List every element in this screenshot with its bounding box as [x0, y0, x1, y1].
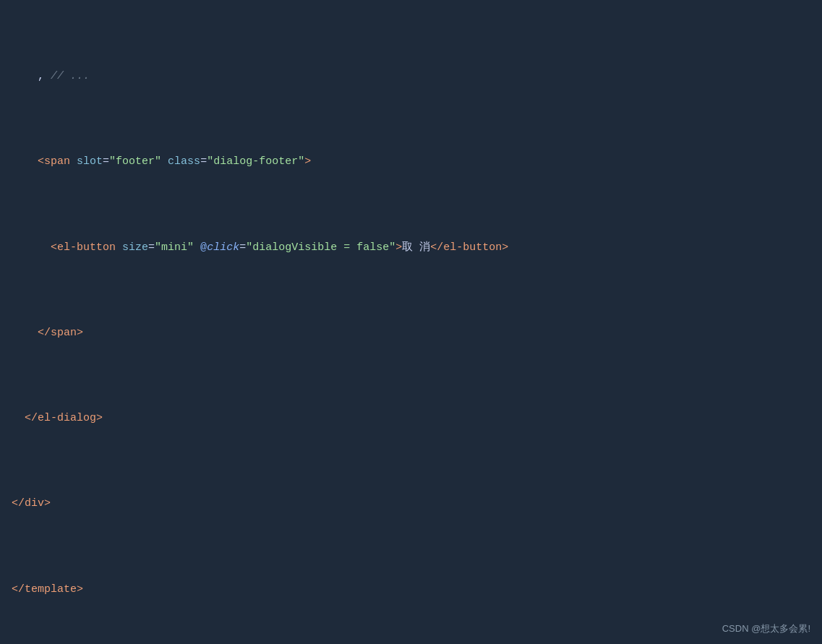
code-line: , // ...	[0, 67, 822, 85]
code-line: </span>	[0, 324, 822, 342]
code-line: </el-dialog>	[0, 409, 822, 427]
code-line: <span slot="footer" class="dialog-footer…	[0, 153, 822, 171]
code-line: <el-button size="mini" @click="dialogVis…	[0, 239, 822, 257]
watermark: CSDN @想太多会累!	[722, 622, 810, 635]
code-line: </div>	[0, 494, 822, 512]
code-line: </template>	[0, 580, 822, 598]
code-editor: , // ... <span slot="footer" class="dial…	[0, 0, 822, 644]
